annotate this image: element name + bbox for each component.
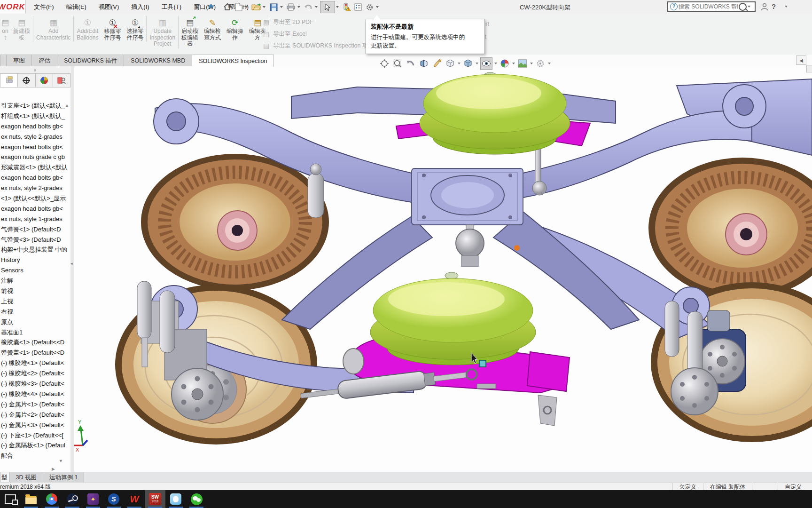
tree-item[interactable]: exagon head bolts gb< [0,121,70,132]
zoom-to-fit-icon[interactable] [379,58,390,69]
task-view-icon[interactable] [0,490,21,508]
tree-scroll-down[interactable]: ▼ [59,459,63,463]
command-tab[interactable]: SOLIDWORKS MBD [124,55,192,66]
open-dropdown[interactable] [263,6,265,8]
menu-item[interactable]: 文件(F) [34,3,54,11]
tree-item[interactable]: 形减震器<1> (默认<默认 [0,162,70,173]
undo-icon[interactable] [303,2,314,12]
menu-item[interactable]: 编辑(E) [66,3,86,11]
feature-manager-tab[interactable] [0,73,18,87]
tree-item[interactable]: 引支座<1> (默认<默认_ [0,101,70,111]
tree-item[interactable]: <1> (默认<<默认>_显示 [0,193,70,204]
document-tab[interactable]: 型 [0,472,10,483]
ribbon-button[interactable]: Update Inspection Project [147,16,179,48]
tree-item[interactable]: ex nuts, style 2-grades [0,132,70,142]
document-tab[interactable]: 运动算例 1 [43,472,84,483]
menu-item[interactable]: 工具(T) [162,3,182,11]
display-style-dropdown[interactable] [476,63,478,64]
ribbon-button[interactable]: 编辑检 查方式 [201,16,224,42]
options-gear-icon[interactable] [364,2,375,12]
task-list-icon[interactable] [352,2,364,12]
sogou-browser-icon[interactable]: S [103,490,124,508]
tree-item[interactable]: 基准面1 [0,327,70,338]
search-input[interactable] [678,3,739,10]
dimxpert-manager-tab[interactable] [53,73,70,87]
tree-item[interactable]: (-) 金属片<1> (Default< [0,399,70,410]
graphics-viewport[interactable]: X Y [74,66,812,472]
ribbon-button[interactable]: 编辑操 作 [224,16,246,42]
save-icon[interactable] [268,2,279,12]
ribbon-button[interactable]: Add/Edit Balloons [74,16,101,42]
display-manager-tab[interactable] [35,73,53,87]
view-orientation-icon[interactable] [445,58,456,69]
tree-item[interactable]: 杆组成<1> (默认<默认_ [0,111,70,121]
edit-appearance-dropdown[interactable] [512,63,515,64]
wps-office-icon[interactable]: W [124,490,145,508]
tree-item[interactable]: (-) 橡胶堆<4> (Default< [0,389,70,399]
new-document-icon[interactable] [233,2,244,12]
help-menu[interactable]: ? [772,2,776,10]
sketch-visibility-icon[interactable] [431,58,443,69]
tree-item[interactable]: (-) 金属片<2> (Default< [0,410,70,420]
section-view-icon[interactable] [418,58,429,69]
tree-item[interactable]: (-) 橡胶堆<2> (Default< [0,368,70,379]
tree-item[interactable]: (-) 下座<1> (Default<<[ [0,430,70,441]
tree-item[interactable]: 弹簧盖<1> (Default<<D [0,348,70,358]
tree-scroll-right[interactable]: ▶ [52,467,55,471]
tree-item[interactable]: 橡胶囊<1> (Default<<D [0,337,70,348]
tree-item[interactable]: 原点 [0,317,70,327]
tree-item[interactable]: (-) 金属隔板<1> (Defaul [0,440,70,451]
tree-scroll-up[interactable]: ▲ [65,103,69,108]
solidworks-taskbar-icon[interactable]: SW2018 [145,490,165,508]
tree-item[interactable]: ex nuts, style 1-grades [0,214,70,224]
tree-item[interactable]: 注解 [0,276,70,286]
tree-item[interactable]: exagon head bolts gb< [0,173,70,183]
command-tab[interactable]: 评估 [31,55,57,66]
selection-handle[interactable] [479,360,486,367]
tab-cut-off[interactable] [0,55,7,66]
command-tab[interactable]: SOLIDWORKS Inspection [192,55,274,67]
tree-item[interactable]: (-) 橡胶堆<3> (Default< [0,379,70,389]
search-icon[interactable] [739,3,747,11]
previous-view-icon[interactable] [405,58,416,69]
display-style-icon[interactable] [462,58,474,69]
new-document-dropdown[interactable] [245,6,248,8]
file-explorer-icon[interactable] [21,490,41,508]
chrome-icon[interactable] [41,490,62,508]
search-dropdown[interactable] [748,6,750,8]
hide-show-items-icon[interactable] [480,57,492,70]
zoom-to-area-icon[interactable] [392,58,403,69]
tree-item[interactable]: History [0,255,70,265]
save-dropdown[interactable] [280,6,283,8]
tree-item[interactable]: exagon nuts grade c gb [0,152,70,162]
options-dropdown[interactable] [376,6,379,8]
ribbon-button[interactable]: 新建模 板 [10,16,33,42]
tree-item[interactable]: 气弹簧<3> (Default<D [0,235,70,245]
tree-item[interactable]: exagon head bolts gb< [0,204,70,214]
tree-item[interactable]: 气弹簧<1> (Default<D [0,224,70,235]
select-cursor-icon[interactable] [320,1,335,13]
command-tab[interactable]: 草图 [6,55,32,66]
open-icon[interactable] [250,2,262,12]
rebuild-alert-icon[interactable]: ! [341,2,352,12]
tree-item[interactable]: exagon head bolts gb< [0,142,70,152]
task-pane-tab[interactable] [806,65,812,72]
undo-dropdown[interactable] [315,6,318,8]
print-icon[interactable] [285,2,297,12]
collapse-pane-icon[interactable]: ◀ [796,56,806,65]
ribbon-button[interactable]: on t [0,16,10,42]
export-item[interactable]: ▤ 导出至 2D PDF [263,18,374,26]
edit-appearance-icon[interactable] [499,58,510,69]
tree-item[interactable]: 上视 [0,296,70,307]
hide-show-dropdown[interactable] [494,63,497,64]
home-icon[interactable] [222,2,233,12]
export-item[interactable]: ▤ 导出至 SOLIDWORKS Inspection 项目 [263,41,374,50]
ribbon-button[interactable]: 选择零 件序号 [124,16,147,42]
property-manager-tab[interactable] [17,73,35,87]
apply-scene-dropdown[interactable] [530,63,533,64]
help-dropdown[interactable] [785,6,788,8]
qq-icon[interactable] [165,490,186,508]
tree-item[interactable]: 右视 [0,307,70,317]
apply-scene-icon[interactable] [517,58,528,69]
export-item[interactable]: ▤ 导出至 Excel [263,30,374,38]
